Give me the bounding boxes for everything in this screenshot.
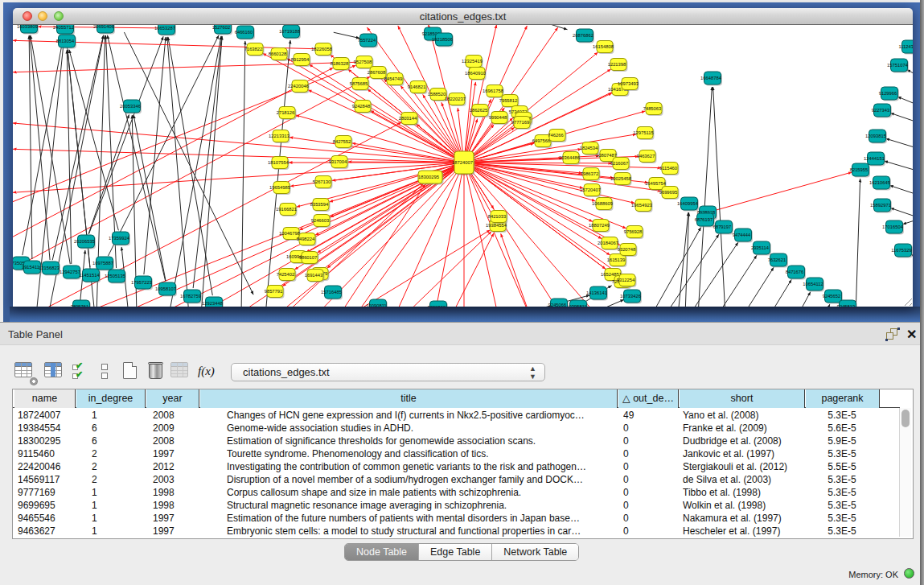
- graph-node-label: 8427552: [333, 139, 351, 144]
- graph-edge[interactable]: [716, 172, 852, 210]
- graph-node-label: 9498224: [297, 237, 315, 241]
- column-header-out_degree[interactable]: △ out_de…: [618, 389, 679, 408]
- graph-edge[interactable]: [144, 37, 166, 274]
- table-settings-icon[interactable]: [14, 362, 35, 383]
- graph-edge[interactable]: [721, 255, 756, 307]
- cell-short: Stergiakouli et al. (2012): [683, 460, 803, 473]
- graph-edge[interactable]: [747, 267, 774, 307]
- column-header-pagerank[interactable]: pagerank: [806, 389, 880, 408]
- graph-edge[interactable]: [713, 87, 725, 307]
- graph-node-label: 5267130: [313, 179, 331, 184]
- graph-edge[interactable]: [469, 170, 559, 307]
- graph-node-label: 7485063: [643, 106, 662, 111]
- graph-node-label: 7425402: [277, 272, 295, 277]
- graph-edge[interactable]: [889, 185, 913, 194]
- graph-node-label: 2867608: [368, 70, 386, 75]
- graph-edge[interactable]: [856, 179, 860, 307]
- graph-node-label: 2803144: [399, 116, 417, 121]
- graph-edge[interactable]: [501, 233, 528, 307]
- tab-node-table[interactable]: Node Table: [345, 544, 419, 561]
- table-row[interactable]: 969969511998Structural magnetic resonanc…: [13, 499, 900, 512]
- table-row[interactable]: 946554611997Estimation of the future num…: [13, 512, 900, 525]
- table-row[interactable]: 1938455462009Genome-wide association stu…: [13, 422, 900, 435]
- graph-edge[interactable]: [802, 292, 811, 307]
- graph-edge[interactable]: [890, 113, 913, 122]
- table-row[interactable]: 911546021997Tourette syndrome. Phenomeno…: [13, 447, 900, 460]
- cell-title: Genome-wide association studies in ADHD.: [227, 422, 616, 435]
- column-header-title[interactable]: title: [200, 389, 618, 408]
- table-panel-body: ✔ ✔ f(x) citations_edges.txt ▲▼ namein_d…: [0, 345, 920, 585]
- graph-edge[interactable]: [23, 36, 64, 255]
- select-all-icon[interactable]: ✔ ✔: [71, 362, 92, 383]
- table-row[interactable]: 1872400712008Changes of HCN gene express…: [13, 409, 900, 422]
- graph-node-label: 9857791: [265, 289, 283, 294]
- graph-node-label: 10973493: [618, 81, 639, 86]
- graph-edge[interactable]: [353, 230, 491, 307]
- memory-status-label: Memory: OK: [848, 570, 898, 579]
- cell-in_degree: 2: [92, 447, 144, 460]
- table-row[interactable]: 1830029562008Estimation of significance …: [13, 435, 900, 447]
- table-row[interactable]: 1456911722003Disruption of a novel membe…: [13, 473, 900, 486]
- table-row[interactable]: 2242004622012Investigating the contribut…: [13, 460, 900, 473]
- tab-edge-table[interactable]: Edge Table: [419, 544, 492, 561]
- row-options-icon[interactable]: [98, 362, 119, 383]
- graph-edge[interactable]: [124, 32, 253, 295]
- close-panel-icon[interactable]: ✕: [906, 327, 921, 343]
- graph-edge[interactable]: [266, 40, 290, 307]
- graph-edge[interactable]: [507, 25, 568, 30]
- graph-node-label: 22420046: [288, 84, 309, 89]
- graph-edge[interactable]: [890, 208, 913, 217]
- graph-node-label: 17016504: [882, 225, 904, 229]
- delete-columns-icon[interactable]: [146, 362, 167, 383]
- network-canvas[interactable]: 1603380924055712206914061065328715276026…: [13, 25, 913, 307]
- graph-edge[interactable]: [902, 220, 913, 225]
- column-header-short[interactable]: short: [680, 389, 805, 408]
- graph-edge[interactable]: [241, 41, 245, 307]
- graph-edge[interactable]: [29, 35, 32, 259]
- table-vertical-scrollbar[interactable]: [899, 408, 911, 537]
- cell-name: 9699695: [18, 499, 74, 512]
- graph-node-label: 19218506: [432, 37, 453, 42]
- graph-edge[interactable]: [594, 299, 624, 307]
- graph-edge[interactable]: [408, 232, 491, 307]
- tab-network-table[interactable]: Network Table: [492, 544, 578, 561]
- graph-node-label: 16033809: [17, 25, 38, 29]
- graph-edge[interactable]: [133, 115, 166, 281]
- scrollbar-thumb[interactable]: [901, 410, 910, 427]
- cell-pagerank: 5.3E-5: [806, 447, 878, 460]
- graph-edge[interactable]: [774, 279, 791, 307]
- graph-edge[interactable]: [828, 304, 830, 307]
- graph-edge[interactable]: [699, 87, 713, 307]
- graph-edge[interactable]: [466, 171, 496, 307]
- graph-node-label: 8660128: [269, 51, 287, 56]
- cell-title: Structural magnetic resonance image aver…: [227, 499, 616, 512]
- graph-node-label: 15720407: [580, 187, 601, 192]
- cell-year: 1997: [153, 525, 198, 538]
- cell-short: Tibbo et al. (1998): [683, 486, 803, 499]
- graph-edge[interactable]: [436, 171, 462, 307]
- graph-edge[interactable]: [108, 35, 219, 256]
- graph-node-label: 8186328: [331, 61, 349, 66]
- column-header-in_degree[interactable]: in_degree: [76, 389, 146, 408]
- graph-edge[interactable]: [897, 97, 913, 105]
- network-selector-dropdown[interactable]: citations_edges.txt ▲▼: [231, 363, 545, 381]
- float-window-icon[interactable]: [885, 328, 900, 341]
- cell-name: 14569117: [18, 473, 74, 486]
- graph-node-label: 7955812: [499, 98, 518, 103]
- create-column-icon[interactable]: [121, 362, 142, 383]
- function-builder-icon[interactable]: f(x): [198, 365, 219, 385]
- graph-edge[interactable]: [885, 161, 913, 171]
- graph-edge[interactable]: [88, 114, 129, 233]
- column-header-name[interactable]: name: [14, 389, 76, 408]
- table-row[interactable]: 946362711997Embryonic stem cells: a mode…: [13, 525, 900, 538]
- show-columns-icon[interactable]: [44, 362, 65, 383]
- graph-node-label: 9463627: [637, 154, 655, 159]
- graph-edge[interactable]: [202, 36, 222, 307]
- network-window-titlebar[interactable]: citations_edges.txt: [13, 8, 913, 25]
- column-header-year[interactable]: year: [146, 389, 199, 408]
- graph-edge[interactable]: [655, 228, 701, 307]
- graph-edge[interactable]: [886, 138, 913, 148]
- table-row[interactable]: 977716911998Corpus callosum shape and si…: [13, 486, 900, 499]
- cell-short: Jankovic et al. (1997): [683, 447, 803, 460]
- graph-edge[interactable]: [334, 32, 360, 38]
